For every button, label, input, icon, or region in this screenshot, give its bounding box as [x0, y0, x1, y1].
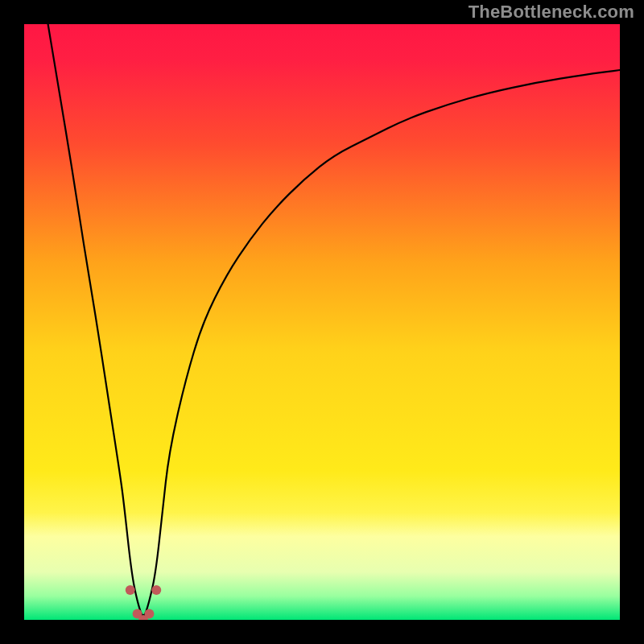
- valley-marker: [144, 609, 154, 619]
- watermark-text: TheBottleneck.com: [469, 2, 634, 23]
- outer-frame: TheBottleneck.com: [0, 0, 644, 644]
- gradient-background: [24, 24, 620, 620]
- valley-marker: [126, 585, 135, 595]
- valley-marker: [151, 585, 161, 595]
- chart-svg: [24, 24, 620, 620]
- chart-plot-area: [24, 24, 620, 620]
